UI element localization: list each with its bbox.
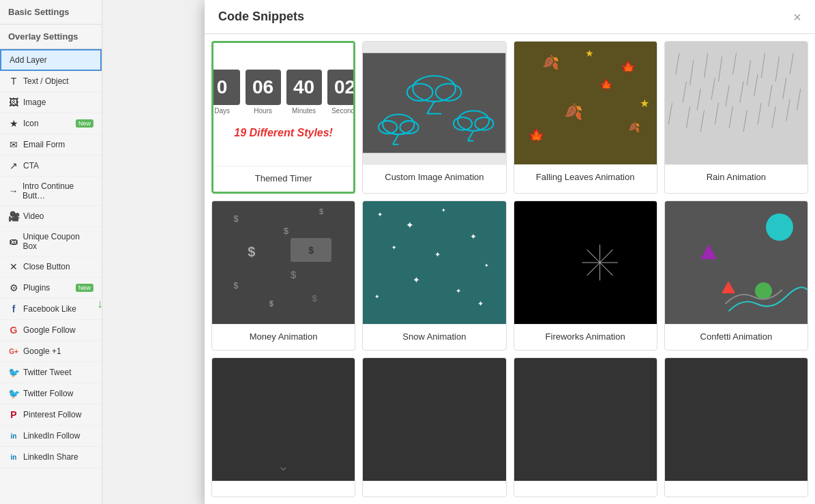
timer-days-box: 0	[213, 70, 240, 105]
fireworks-svg	[514, 201, 657, 324]
money-label: Money Animation	[212, 324, 355, 349]
sidebar-item-linkedin-share[interactable]: in LinkedIn Share	[0, 447, 102, 468]
snippet-card-row3-1[interactable]: ⌄	[211, 357, 355, 497]
rain-preview	[665, 42, 807, 164]
sidebar-item-add-layer[interactable]: Add Layer	[0, 49, 102, 71]
plugins-icon: ⚙	[8, 282, 19, 293]
sidebar-item-label: Add Layer	[10, 55, 47, 65]
snippets-grid: 0 Days 06 Hours 40 Minutes	[205, 34, 815, 504]
money-s7: $	[269, 299, 273, 308]
sidebar-item-unique-coupon[interactable]: 🎟 Unique Coupon Box	[0, 227, 102, 256]
new-badge-plugins: New	[76, 284, 93, 292]
video-icon: 🎥	[8, 211, 19, 222]
money-s6: $	[312, 293, 316, 303]
fireworks-preview-wrap	[514, 201, 657, 324]
new-badge: New	[76, 119, 93, 128]
money-big: $	[248, 244, 255, 260]
timer-tagline: 19 Different Styles!	[234, 127, 333, 139]
sidebar-item-video[interactable]: 🎥 Video	[0, 206, 102, 227]
row3-1-preview: ⌄	[212, 358, 355, 481]
money-s5: $	[233, 281, 238, 291]
money-s4: $	[291, 269, 296, 280]
sidebar-item-text-object[interactable]: T Text / Object	[0, 71, 102, 92]
linkedin-follow-icon: in	[8, 430, 19, 441]
sidebar-item-facebook-like[interactable]: f Facebook Like	[0, 299, 102, 320]
sidebar-item-twitter-follow[interactable]: 🐦 Twitter Follow	[0, 383, 102, 404]
snippet-card-falling-leaves[interactable]: 🍂 🍁 🍂 🍁 🍂 🍁 ★ ★ Falling Leaves Animation	[514, 41, 657, 194]
sidebar-item-image[interactable]: 🖼 Image	[0, 92, 102, 113]
cloud-animation-display	[363, 42, 505, 164]
sidebar-item-close-button[interactable]: ✕ Close Button	[0, 256, 102, 278]
snippet-card-confetti[interactable]: Confetti Animation	[664, 201, 808, 351]
close-icon: ✕	[8, 261, 19, 272]
snow-11: ✦	[477, 299, 484, 308]
sidebar-item-intro-continue[interactable]: → Intro Continue Butt…	[0, 177, 102, 206]
timer-minutes-label: Minutes	[292, 107, 316, 115]
snippet-card-row3-2[interactable]	[362, 357, 506, 497]
snippet-card-rain[interactable]: Rain Animation	[664, 41, 808, 194]
snow-label: Snow Animation	[363, 324, 505, 349]
themed-timer-preview: 0 Days 06 Hours 40 Minutes	[213, 43, 353, 166]
money-s3: $	[319, 207, 323, 216]
leaf-2: 🍁	[599, 78, 613, 91]
row3-3-label	[514, 481, 657, 495]
snippet-card-row3-3[interactable]	[514, 357, 657, 497]
sidebar-item-google-plus[interactable]: G+ Google +1	[0, 341, 102, 362]
modal: Code Snippets × 0 Days	[205, 0, 815, 504]
snippet-card-snow[interactable]: ✦ ✦ ✦ ✦ ✦ ✦ ✦ ✦ ✦ ✦ ✦ Snow	[362, 201, 506, 351]
twitter-follow-icon: 🐦	[8, 388, 19, 399]
sidebar-item-label: Plugins	[23, 283, 50, 293]
money-bill: $	[291, 238, 331, 262]
confetti-display	[665, 201, 807, 324]
sidebar-item-label: Icon	[23, 119, 39, 128]
sidebar-item-pinterest-follow[interactable]: P Pinterest Follow	[0, 404, 102, 426]
intro-icon: →	[8, 186, 18, 196]
sidebar-item-label: Twitter Tweet	[23, 368, 71, 377]
custom-image-label: Custom Image Animation	[363, 164, 505, 189]
chevron-down-1: ⌄	[278, 458, 289, 474]
sidebar-section-overlay: Overlay Settings	[0, 25, 102, 49]
google-icon: G	[8, 325, 19, 336]
row3-2-label	[363, 481, 505, 495]
timer-display: 0 Days 06 Hours 40 Minutes	[213, 43, 353, 166]
snow-8: ✦	[413, 275, 420, 285]
snow-9: ✦	[456, 287, 461, 295]
sidebar: Basic Settings Overlay Settings Add Laye…	[0, 0, 102, 504]
snippet-card-money[interactable]: $ $ $ $ $ $ $ $ $ Money Animation	[211, 201, 355, 351]
confetti-svg	[722, 263, 807, 324]
row3-3-preview	[514, 358, 657, 481]
sidebar-item-cta[interactable]: ↗ CTA	[0, 155, 102, 177]
leaves-display: 🍂 🍁 🍂 🍁 🍂 🍁 ★ ★	[514, 42, 657, 164]
sidebar-item-icon[interactable]: ★ Icon New	[0, 113, 102, 134]
money-display: $ $ $ $ $ $ $ $ $	[212, 201, 355, 324]
snow-3: ✦	[441, 207, 446, 213]
leaf-1: 🍂	[542, 54, 559, 70]
row3-1-label	[212, 481, 355, 495]
snippet-card-fireworks[interactable]: Fireworks Animation	[514, 201, 657, 351]
leaf-6: 🍁	[528, 128, 545, 144]
modal-overlay: Code Snippets × 0 Days	[205, 0, 815, 504]
sidebar-item-label: Image	[23, 98, 46, 107]
sidebar-item-label: Pinterest Follow	[23, 410, 81, 419]
fireworks-display	[514, 201, 657, 324]
timer-hours-label: Hours	[254, 107, 272, 115]
modal-header: Code Snippets ×	[205, 0, 815, 34]
sidebar-item-google-follow[interactable]: G Google Follow	[0, 320, 102, 341]
snippet-card-row3-4[interactable]	[664, 357, 808, 497]
sidebar-item-label: CTA	[23, 161, 39, 171]
snippet-card-custom-image[interactable]: Custom Image Animation	[362, 41, 506, 194]
modal-close-button[interactable]: ×	[793, 10, 801, 24]
sidebar-item-plugins[interactable]: ⚙ Plugins New ↓	[0, 278, 102, 299]
leaf-5: 🍂	[628, 121, 640, 132]
confetti-circle-teal	[766, 213, 793, 241]
money-s2: $	[284, 226, 288, 236]
confetti-triangle-purple	[700, 244, 717, 259]
sidebar-item-linkedin-follow[interactable]: in LinkedIn Follow	[0, 426, 102, 447]
sidebar-item-twitter-tweet[interactable]: 🐦 Twitter Tweet	[0, 362, 102, 383]
custom-image-preview	[363, 42, 505, 164]
snippet-card-themed-timer[interactable]: 0 Days 06 Hours 40 Minutes	[211, 41, 355, 194]
sidebar-item-email-form[interactable]: ✉ Email Form	[0, 134, 102, 155]
modal-title: Code Snippets	[218, 10, 304, 24]
timer-hours-box: 06	[246, 70, 281, 105]
sidebar-item-label: Google Follow	[23, 325, 76, 335]
